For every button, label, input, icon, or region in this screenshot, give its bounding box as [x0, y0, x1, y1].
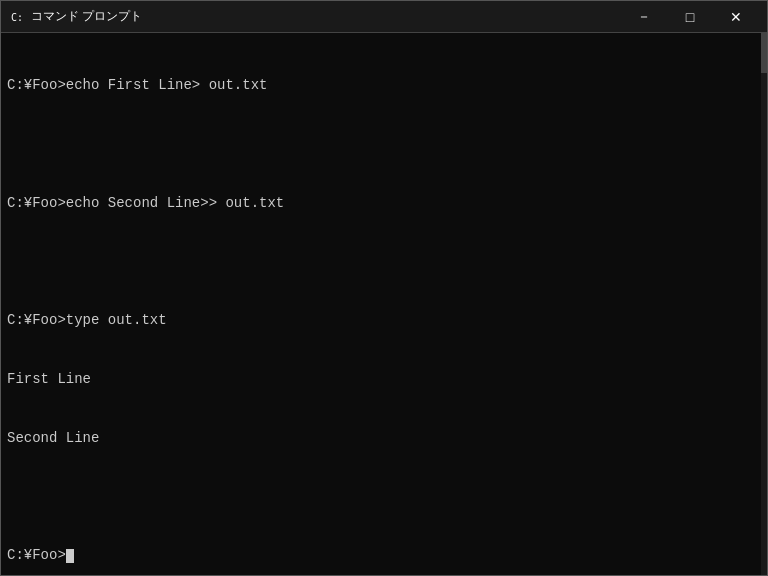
terminal-line-8 [7, 488, 761, 508]
cmd-icon: C: [9, 9, 25, 25]
scrollbar-thumb[interactable] [761, 33, 767, 73]
title-bar: C: コマンド プロンプト － □ ✕ [1, 1, 767, 33]
maximize-button[interactable]: □ [667, 1, 713, 33]
terminal-line-9: C:¥Foo> [7, 546, 761, 566]
terminal-body[interactable]: C:¥Foo>echo First Line> out.txt C:¥Foo>e… [1, 33, 767, 575]
window-controls: － □ ✕ [621, 1, 759, 33]
terminal-line-4 [7, 253, 761, 273]
cursor [66, 549, 74, 563]
terminal-output: C:¥Foo>echo First Line> out.txt C:¥Foo>e… [7, 37, 761, 575]
terminal-line-3: C:¥Foo>echo Second Line>> out.txt [7, 194, 761, 214]
scrollbar[interactable] [761, 33, 767, 575]
cmd-window: C: コマンド プロンプト － □ ✕ C:¥Foo>echo First Li… [0, 0, 768, 576]
terminal-line-1: C:¥Foo>echo First Line> out.txt [7, 76, 761, 96]
minimize-button[interactable]: － [621, 1, 667, 33]
terminal-line-7: Second Line [7, 429, 761, 449]
terminal-line-2 [7, 135, 761, 155]
terminal-line-5: C:¥Foo>type out.txt [7, 311, 761, 331]
svg-text:C:: C: [11, 12, 23, 23]
close-button[interactable]: ✕ [713, 1, 759, 33]
window-title: コマンド プロンプト [31, 8, 621, 25]
terminal-line-6: First Line [7, 370, 761, 390]
